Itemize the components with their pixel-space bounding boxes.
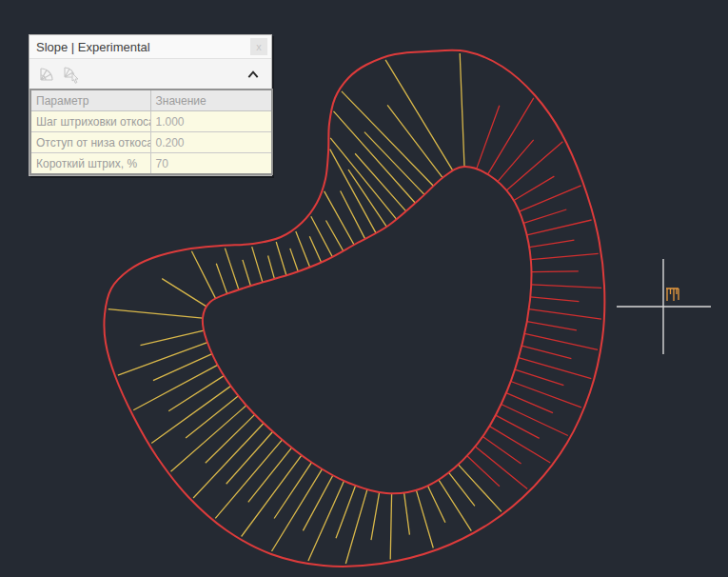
slope-panel: Slope | Experimental x [29,34,272,176]
collapse-button[interactable] [241,63,266,86]
header-value: Значение [150,90,272,111]
param-label: Шаг штриховки откоса [30,111,150,132]
table-header-row: Параметр Значение [30,90,272,111]
slope-create-tool-button[interactable] [35,63,58,86]
slope-pick-tool-button[interactable] [60,63,83,86]
header-param: Параметр [30,90,150,111]
table-row: Шаг штриховки откоса 1.000 [30,111,272,132]
cad-viewport: Slope | Experimental x [0,0,728,577]
close-button[interactable]: x [250,38,267,55]
param-label: Короткий штрих, % [30,153,150,175]
param-value-field[interactable]: 1.000 [150,111,272,132]
slope-badge-icon [666,288,679,301]
param-value-field[interactable]: 70 [150,153,272,175]
slope-fan-cursor-icon [62,65,81,84]
table-row: Короткий штрих, % 70 [30,153,272,175]
param-label: Отступ от низа откоса [30,132,150,153]
panel-title: Slope | Experimental [36,40,150,54]
chevron-up-icon [246,69,260,80]
param-value-field[interactable]: 0.200 [150,132,272,153]
parameter-table: Параметр Значение Шаг штриховки откоса 1… [30,89,273,175]
table-row: Отступ от низа откоса 0.200 [30,132,272,153]
panel-toolbar [30,59,271,89]
panel-titlebar[interactable]: Slope | Experimental x [30,35,271,59]
slope-fan-icon [37,65,56,84]
crosshair-cursor [617,259,711,354]
